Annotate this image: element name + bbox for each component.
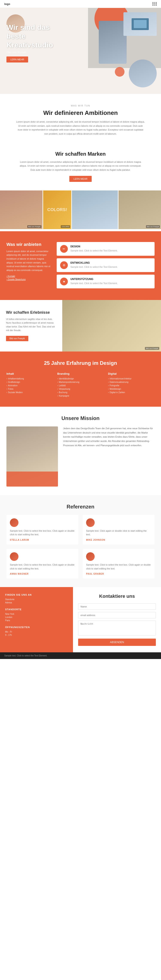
jahre-columns: Inhalt ›Inhaltserstattung ›Grafikdesign … bbox=[6, 372, 155, 398]
hero-cta-button[interactable]: LERN MEHR bbox=[6, 56, 28, 62]
design-icon: ✏ bbox=[60, 245, 68, 253]
footer-col-finden-title: FINDEN SIE UNS AN bbox=[5, 593, 68, 596]
section-tag: WAS WIR TUN bbox=[9, 105, 152, 107]
jahre-col-digital-item-0: ›Informationsarchitektur bbox=[108, 377, 155, 380]
entwicklung-title: ENTWICKLUNG bbox=[70, 261, 118, 264]
bottom-bar: Sample text. Click to select the Text El… bbox=[0, 652, 161, 659]
jahre-col-digital-item-1: ›Datenvisualisierung bbox=[108, 381, 155, 383]
mission-content: Jedem dem das DesignStudio Team die Zeit… bbox=[6, 426, 155, 487]
jahre-col-branding-item-3: ›Verpackung bbox=[57, 388, 104, 390]
erlebnisse-section: Wir schaffen Erlebnisse Ut tellus elemen… bbox=[0, 300, 161, 352]
footer-contact-section: FINDEN SIE UNS AN Standorte Adresa STAND… bbox=[0, 587, 161, 652]
wir-schaffen-marken-section: Wir schaffen Marken Lorem ipsum dolor si… bbox=[0, 146, 161, 188]
anbieten-left: Was wir anbieten Lorem ipsum dolor sit a… bbox=[6, 242, 51, 281]
jahre-col-inhalt-item-1: ›Grafikdesign bbox=[6, 381, 53, 383]
hero-laptop-image bbox=[123, 12, 157, 36]
entwicklung-text: Sample text. Click to select the Text El… bbox=[70, 265, 118, 269]
navigation: logo bbox=[0, 0, 161, 8]
ref-text-2: Sample text. Click again or double click… bbox=[86, 529, 151, 536]
bottom-bar-text: Sample text. Click to select the Text El… bbox=[4, 654, 47, 657]
jahre-col-inhalt-item-2: ›Animation bbox=[6, 384, 53, 387]
nav-logo[interactable]: logo bbox=[4, 2, 10, 6]
was-wir-anbieten-section: Was wir anbieten Lorem ipsum dolor sit a… bbox=[0, 231, 161, 300]
grid-image-2: COLORS! COLORS! bbox=[43, 191, 72, 229]
service-card-unterstutzung: ★ UNTERSTÜTZUNG Sample text. Click to se… bbox=[57, 275, 155, 288]
contact-submit-button[interactable]: ABSENDEN bbox=[78, 639, 156, 646]
ref-name-4: PAUL GRABER bbox=[86, 573, 151, 575]
marken-title: Wir schaffen Marken bbox=[9, 151, 152, 157]
jahre-col-branding-title: Branding bbox=[57, 372, 104, 375]
ref-item-1: Sample text. Click to select the text bo… bbox=[6, 515, 78, 544]
ref-name-3: ANNA WAGNER bbox=[10, 573, 75, 575]
jahre-title: 25 Jahre Erfahrung im Design bbox=[6, 360, 155, 366]
jahre-section: 25 Jahre Erfahrung im Design Inhalt ›Inh… bbox=[0, 352, 161, 407]
footer-col-standorte-item-0: New York bbox=[5, 613, 68, 615]
footer-col-offnungszeiten-title: ÖFFNUNGSZEITEN bbox=[5, 626, 68, 628]
design-text: Sample text. Click to select the Text El… bbox=[70, 249, 118, 253]
grid-image-2-label: COLORS! bbox=[61, 225, 70, 228]
jahre-col-inhalt-item-3: ›Fotos bbox=[6, 388, 53, 390]
was-wir-tun-section: WAS WIR TUN Wir definieren Ambitionen Lo… bbox=[0, 94, 161, 146]
marken-learn-more-button[interactable]: LERN MEHR bbox=[69, 176, 92, 182]
jahre-col-inhalt-item-4: ›Soziale Medien bbox=[6, 391, 53, 394]
was-wir-tun-text: Lorem ipsum dolor sit amet, consectetur … bbox=[16, 120, 145, 136]
footer-col-finden-item-0: Standorte bbox=[5, 598, 68, 601]
mission-image-orange-overlay bbox=[6, 471, 58, 487]
jahre-col-digital-item-2: ›Fotografie bbox=[108, 384, 155, 387]
ref-avatar-1 bbox=[10, 519, 19, 527]
footer-col-standorte-title: STANDORTE bbox=[5, 608, 68, 611]
contact-message-textarea[interactable] bbox=[78, 620, 156, 636]
grid-image-3 bbox=[72, 191, 118, 229]
jahre-col-branding-item-0: ›Identitätsdesign bbox=[57, 377, 104, 380]
mission-text: Jedem dem das DesignStudio Team die Zeit… bbox=[63, 426, 155, 448]
grid-image-4: Bild von Freepik bbox=[118, 191, 161, 229]
contact-email-input[interactable] bbox=[78, 612, 156, 619]
design-title: DESIGN bbox=[70, 245, 118, 248]
unterstutzung-title: UNTERSTÜTZUNG bbox=[70, 278, 118, 281]
grid-image-1: Bild von Freepik bbox=[0, 191, 43, 229]
anbieten-link-1[interactable]: › Kontakt bbox=[6, 275, 51, 277]
hero-section: Wir sind das beste Kreativstudio Über un… bbox=[0, 8, 161, 94]
was-wir-tun-title: Wir definieren Ambitionen bbox=[9, 110, 152, 116]
grid-image-4-label: Bild von Freepik bbox=[146, 225, 160, 228]
mission-title: Unsere Mission bbox=[6, 415, 155, 421]
erlebnisse-button[interactable]: Bild von Freepik bbox=[6, 336, 28, 341]
mission-section: Unsere Mission Jedem dem das DesignStudi… bbox=[0, 407, 161, 495]
ref-item-4: Sample text. Click to select the text bo… bbox=[83, 549, 155, 579]
unterstutzung-icon: ★ bbox=[60, 278, 68, 285]
footer-col-standorte-item-1: London bbox=[5, 616, 68, 619]
services-list: ✏ DESIGN Sample text. Click to select th… bbox=[57, 242, 155, 288]
footer-col-standorte-item-2: Paris bbox=[5, 619, 68, 622]
ref-avatar-4 bbox=[86, 552, 95, 561]
ref-text-1: Sample text. Click to select the text bo… bbox=[10, 529, 75, 536]
hero-person-main bbox=[99, 21, 127, 64]
nav-grid-icon[interactable] bbox=[152, 2, 157, 6]
ref-avatar-2 bbox=[86, 519, 95, 527]
contact-section: Kontaktiere uns ABSENDEN bbox=[73, 587, 161, 652]
ref-text-4: Sample text. Click to select the text bo… bbox=[86, 563, 151, 571]
jahre-col-digital-item-3: ›Mobildesign bbox=[108, 388, 155, 390]
grid-image-1-label: Bild von Freepik bbox=[27, 225, 41, 228]
ref-avatar-3 bbox=[10, 552, 19, 561]
erlebnisse-image-label: Bild von Freepik bbox=[145, 347, 159, 350]
jahre-col-branding-item-2: ›Leitbild bbox=[57, 384, 104, 387]
jahre-col-branding: Branding ›Identitätsdesign ›Markenpositi… bbox=[57, 372, 104, 398]
marken-text: Lorem ipsum dolor sit amet, consectetur … bbox=[18, 160, 143, 172]
jahre-col-branding-item-5: ›Kampagne bbox=[57, 395, 104, 397]
jahre-col-digital-item-4: ›Digital in Zahlen bbox=[108, 391, 155, 394]
referenzen-section: Referenzen Sample text. Click to select … bbox=[0, 495, 161, 587]
jahre-col-digital-title: Digital bbox=[108, 372, 155, 375]
hero-subtitle: Über uns / Kontakt bbox=[6, 51, 58, 54]
anbieten-link-2[interactable]: › Google Bewertung bbox=[6, 278, 51, 281]
erlebnisse-title: Wir schaffen Erlebnisse bbox=[6, 310, 56, 315]
hero-content: Wir sind das beste Kreativstudio Über un… bbox=[0, 8, 64, 73]
anbieten-text: Lorem ipsum dolor sit amet, consectetur … bbox=[6, 250, 51, 272]
referenzen-title: Referenzen bbox=[6, 504, 155, 510]
contact-name-input[interactable] bbox=[78, 603, 156, 610]
service-card-design: ✏ DESIGN Sample text. Click to select th… bbox=[57, 242, 155, 256]
contact-title: Kontaktiere uns bbox=[78, 593, 156, 599]
ref-item-2: Sample text. Click again or double click… bbox=[83, 515, 155, 544]
image-grid: Bild von Freepik COLORS! COLORS! Bild vo… bbox=[0, 188, 161, 231]
jahre-col-inhalt: Inhalt ›Inhaltserstattung ›Grafikdesign … bbox=[6, 372, 53, 398]
erlebnisse-left: Wir schaffen Erlebnisse Ut tellus elemen… bbox=[0, 300, 62, 352]
